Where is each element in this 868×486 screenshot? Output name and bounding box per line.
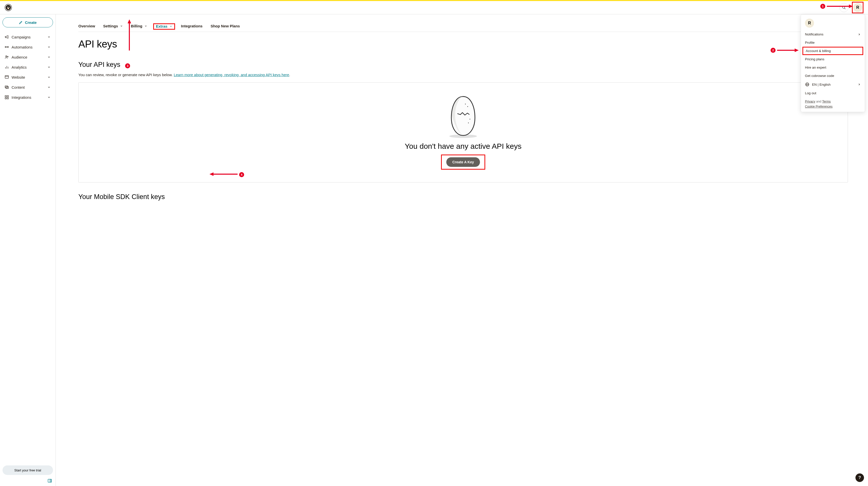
search-button[interactable] [839, 3, 848, 12]
dropdown-item-logout[interactable]: Log out [801, 89, 865, 97]
account-avatar-button[interactable]: R [853, 3, 862, 12]
tab-extras[interactable]: Extras [153, 23, 175, 30]
mailchimp-logo[interactable] [4, 4, 12, 11]
dropdown-footer: Privacy and Terms Cookie Preferences [801, 97, 865, 108]
tab-overview[interactable]: Overview [79, 22, 95, 32]
svg-rect-14 [5, 75, 8, 79]
sidebar-item-automations[interactable]: Automations [2, 42, 53, 52]
svg-line-6 [844, 8, 845, 9]
create-key-label: Create A Key [452, 160, 474, 164]
chevron-right-icon [858, 33, 861, 36]
svg-point-2 [7, 7, 8, 8]
svg-rect-18 [5, 95, 6, 97]
top-bar: R [0, 1, 868, 14]
collapse-sidebar-button[interactable] [2, 479, 53, 483]
chevron-down-icon [47, 85, 51, 89]
chevron-down-icon [47, 65, 51, 69]
create-api-key-button[interactable]: Create A Key [446, 157, 480, 167]
monkey-head-icon [4, 4, 12, 11]
dropdown-item-pricing-plans[interactable]: Pricing plans [801, 55, 865, 63]
svg-point-5 [843, 6, 845, 8]
tab-label: Billing [131, 24, 143, 28]
panel-collapse-icon [48, 479, 52, 483]
sidebar-item-label: Automations [11, 45, 47, 49]
website-icon [4, 75, 11, 80]
tab-label: Shop New Plans [211, 24, 240, 28]
dropdown-item-cobrowse[interactable]: Get cobrowse code [801, 71, 865, 80]
create-button[interactable]: Create [2, 17, 53, 27]
sidebar-item-label: Analytics [11, 65, 47, 69]
question-mark-icon: ? [859, 475, 861, 480]
dropdown-item-profile[interactable]: Profile [801, 38, 865, 47]
svg-point-26 [465, 103, 466, 104]
svg-rect-16 [5, 86, 8, 88]
sidebar-item-audience[interactable]: Audience [2, 52, 53, 62]
dropdown-item-account-billing[interactable]: Account & billing [802, 47, 863, 55]
audience-icon [4, 55, 11, 59]
left-sidebar: Create Campaigns Automations Audie [0, 14, 56, 486]
bar-chart-icon [4, 65, 11, 69]
svg-point-25 [467, 106, 468, 107]
sidebar-item-label: Website [11, 75, 47, 80]
chevron-down-icon [145, 25, 147, 27]
search-icon [842, 5, 846, 9]
chevron-down-icon [47, 75, 51, 79]
empty-state-heading: You don't have any active API keys [84, 142, 843, 151]
account-tabs: Overview Settings Billing Extras Integra… [79, 22, 848, 32]
and-text: and [815, 100, 822, 103]
svg-point-27 [470, 119, 470, 119]
sidebar-item-label: Campaigns [11, 35, 47, 39]
sidebar-item-website[interactable]: Website [2, 72, 53, 82]
svg-rect-19 [7, 95, 8, 97]
sidebar-item-content[interactable]: Content [2, 82, 53, 92]
svg-rect-23 [50, 479, 52, 482]
chevron-down-icon [47, 35, 51, 39]
cookie-prefs-link[interactable]: Cookie Preferences [805, 105, 833, 108]
dropdown-item-notifications[interactable]: Notifications [801, 30, 865, 38]
tab-settings[interactable]: Settings [103, 22, 123, 32]
learn-more-link[interactable]: Learn more about generating, revoking, a… [174, 72, 289, 77]
dropdown-item-label: Log out [805, 91, 816, 95]
content-icon [4, 85, 11, 89]
main-content: Overview Settings Billing Extras Integra… [56, 14, 868, 486]
page-title: API keys [79, 38, 848, 50]
dropdown-item-label: Profile [805, 41, 814, 44]
dropdown-item-hire-expert[interactable]: Hire an expert [801, 63, 865, 71]
trial-button-label: Start your free trial [14, 468, 41, 472]
dropdown-item-label: EN | English [812, 83, 831, 86]
tab-billing[interactable]: Billing [131, 22, 147, 32]
sidebar-item-analytics[interactable]: Analytics [2, 62, 53, 72]
chevron-right-icon [858, 83, 861, 86]
dropdown-item-label: Notifications [805, 32, 824, 36]
chevron-down-icon [169, 25, 172, 28]
globe-icon [805, 82, 809, 87]
help-fab-button[interactable]: ? [856, 474, 864, 482]
svg-point-28 [468, 122, 469, 123]
svg-point-1 [6, 5, 11, 10]
sidebar-item-label: Content [11, 85, 47, 89]
svg-point-10 [7, 56, 8, 57]
svg-point-7 [5, 47, 6, 48]
tab-shop-plans[interactable]: Shop New Plans [211, 22, 240, 32]
desc-text: You can review, revoke or generate new A… [79, 72, 174, 77]
dropdown-item-language[interactable]: EN | English [801, 80, 865, 89]
sidebar-item-integrations[interactable]: Integrations [2, 92, 53, 102]
chevron-down-icon [47, 95, 51, 99]
svg-rect-21 [7, 98, 8, 99]
avatar-letter: R [856, 5, 859, 10]
avatar-letter: R [808, 21, 811, 25]
sidebar-item-label: Integrations [11, 95, 47, 99]
start-free-trial-button[interactable]: Start your free trial [2, 465, 53, 475]
section-title-mobile-sdk: Your Mobile SDK Client keys [79, 193, 848, 201]
section-title-api-keys: Your API keys [79, 61, 848, 69]
terms-link[interactable]: Terms [822, 100, 831, 103]
cracked-egg-icon [444, 94, 482, 139]
empty-state-illustration [84, 93, 843, 141]
chevron-down-icon [120, 25, 123, 27]
automation-icon [4, 45, 11, 49]
tab-label: Integrations [181, 24, 203, 28]
privacy-link[interactable]: Privacy [805, 100, 815, 103]
sidebar-item-campaigns[interactable]: Campaigns [2, 32, 53, 42]
tab-integrations[interactable]: Integrations [181, 22, 203, 32]
tab-label: Overview [79, 24, 95, 28]
